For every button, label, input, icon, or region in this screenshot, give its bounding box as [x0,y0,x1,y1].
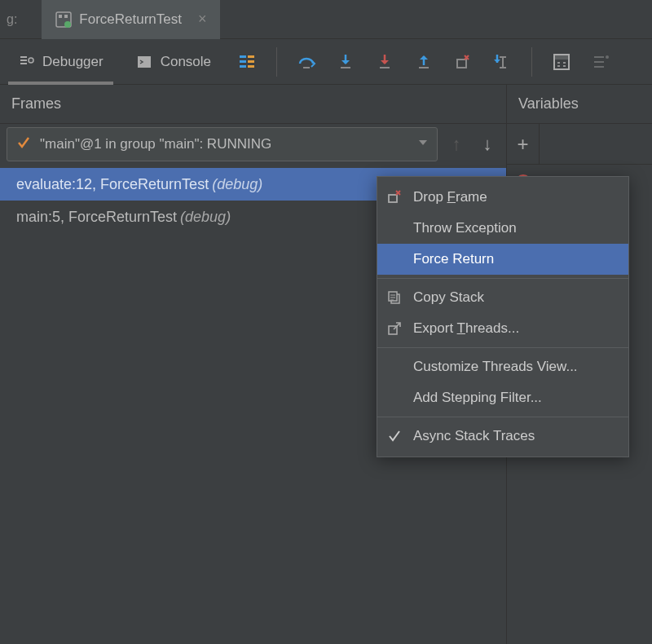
evaluate-expression-icon[interactable] [548,49,575,75]
frame-location: evaluate:12, ForceReturnTest [16,176,209,193]
debugger-icon [18,54,34,70]
close-icon[interactable]: × [198,11,207,28]
separator [377,417,628,417]
svg-rect-7 [240,60,246,63]
prev-frame-icon: ↑ [444,134,469,155]
console-icon [136,54,152,70]
svg-rect-17 [502,56,504,68]
drop-frame-icon[interactable] [450,49,476,75]
svg-rect-1 [59,15,62,18]
next-frame-icon[interactable]: ↓ [475,134,500,155]
threads-view-icon[interactable] [234,49,260,75]
editor-tab-label: ForceReturnTest [79,11,182,28]
ctx-copy-stack[interactable]: Copy Stack [377,282,628,313]
thread-selector[interactable]: "main"@1 in group "main": RUNNING [7,127,438,161]
export-icon [385,321,403,336]
thread-selector-text: "main"@1 in group "main": RUNNING [40,136,409,152]
frame-location: main:5, ForceReturnTest [16,209,177,226]
svg-rect-21 [554,55,569,60]
check-icon [385,429,403,443]
svg-rect-10 [248,60,254,63]
svg-rect-14 [380,67,390,68]
svg-rect-6 [240,55,246,58]
svg-rect-13 [341,67,350,68]
svg-point-22 [606,55,609,59]
title-prefix: g: [0,12,17,27]
svg-rect-23 [389,195,397,202]
separator [276,47,277,77]
step-over-icon[interactable] [293,49,319,75]
ctx-label: Copy Stack [413,289,484,306]
tab-console[interactable]: Console [126,39,221,85]
svg-rect-9 [248,55,254,58]
force-step-into-icon[interactable] [372,49,398,75]
svg-rect-5 [138,56,151,68]
add-watch-button[interactable]: + [507,124,540,165]
ctx-add-stepping-filter[interactable]: Add Stepping Filter... [377,382,628,413]
separator [377,347,628,348]
svg-rect-16 [457,60,466,68]
svg-rect-2 [64,15,68,18]
copy-icon [385,290,403,305]
ctx-async-stack-traces[interactable]: Async Stack Traces [377,421,628,452]
run-to-cursor-icon[interactable] [489,49,515,75]
svg-rect-15 [419,67,429,68]
tab-debugger-label: Debugger [42,54,104,70]
svg-rect-18 [500,56,506,58]
step-into-icon[interactable] [333,49,359,75]
svg-rect-25 [389,292,397,301]
separator [531,47,532,77]
frames-header: Frames [0,85,506,124]
ctx-label: Add Stepping Filter... [413,390,542,406]
ctx-label: Throw Exception [413,220,517,236]
svg-point-4 [29,58,33,63]
trace-current-stream-icon[interactable] [588,49,614,75]
thread-running-icon [15,135,32,155]
ctx-force-return[interactable]: Force Return [377,244,628,275]
run-config-icon [55,11,73,29]
frame-suffix: (debug) [212,176,262,193]
ctx-label: Async Stack Traces [413,428,535,444]
ctx-drop-frame[interactable]: Drop Frame [377,182,628,213]
step-out-icon[interactable] [411,49,437,75]
svg-rect-11 [248,65,254,68]
dropdown-icon [417,136,429,152]
title-bar: g: ForceReturnTest × [0,0,652,39]
tab-debugger[interactable]: Debugger [8,39,113,85]
svg-point-3 [64,21,71,28]
frame-suffix: (debug) [180,209,231,226]
ctx-customize-threads-view[interactable]: Customize Threads View... [377,351,628,382]
svg-rect-19 [500,67,506,68]
ctx-label: Customize Threads View... [413,359,578,375]
ctx-label: Force Return [413,251,494,267]
tab-console-label: Console [161,54,211,70]
drop-frame-icon [385,189,403,205]
variables-header: Variables [507,85,652,124]
svg-rect-8 [240,65,246,68]
editor-tab[interactable]: ForceReturnTest × [42,0,219,39]
context-menu: Drop Frame Throw Exception Force Return … [377,176,629,457]
svg-rect-12 [303,67,310,68]
debugger-toolbar: Debugger Console [0,39,652,85]
ctx-export-threads[interactable]: Export Threads... [377,313,628,344]
ctx-throw-exception[interactable]: Throw Exception [377,213,628,244]
separator [377,278,628,279]
